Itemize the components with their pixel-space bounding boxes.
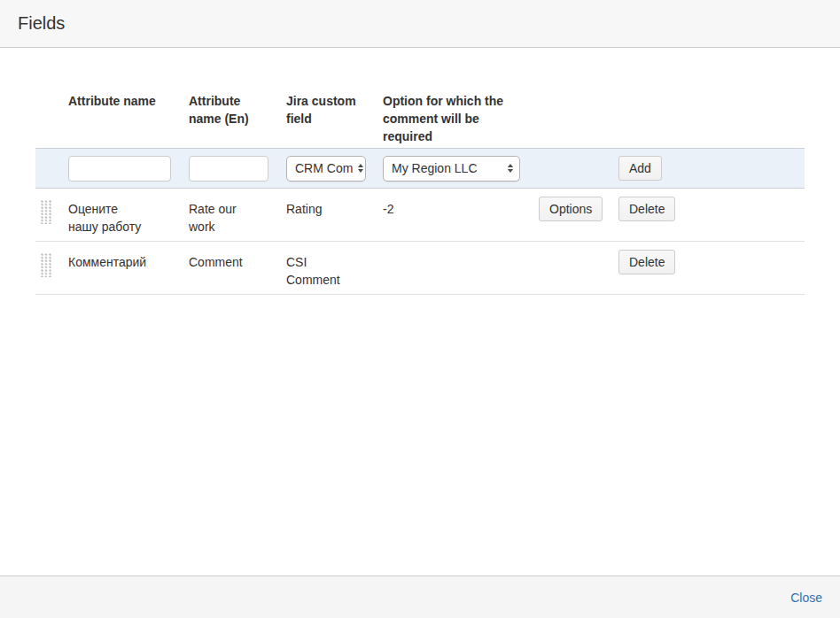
- header-actions-spacer: [618, 83, 805, 92]
- row-jira-custom-field: Rating: [286, 189, 383, 218]
- drag-handle-icon[interactable]: [41, 253, 52, 277]
- row-delete-cell: Delete: [618, 242, 805, 274]
- fields-table: Attribute name Attribute name (En) Jira …: [35, 83, 805, 295]
- row-attribute-name: Комментарий: [68, 242, 189, 271]
- header-option-required: Option for which the comment will be req…: [383, 83, 539, 145]
- table-row: Комментарий Comment CSI Comment Delete: [35, 242, 805, 295]
- header-drag-spacer: [35, 83, 68, 92]
- row-jira-custom-field: CSI Comment: [286, 242, 383, 289]
- row-drag-cell: [35, 189, 68, 224]
- option-selected-value: My Region LLC: [392, 161, 478, 175]
- dialog-header: Fields: [0, 0, 840, 48]
- table-row: Оцените нашу работу Rate our work Rating…: [35, 189, 805, 242]
- attribute-name-en-input[interactable]: [189, 156, 268, 182]
- attribute-name-input[interactable]: [68, 156, 171, 182]
- form-option-cell: My Region LLC: [383, 156, 539, 182]
- jira-custom-field-selected-value: CRM Com: [295, 161, 353, 175]
- form-attribute-name-cell: [68, 156, 189, 182]
- table-header-row: Attribute name Attribute name (En) Jira …: [35, 83, 805, 148]
- option-select[interactable]: My Region LLC: [383, 156, 520, 182]
- add-button[interactable]: Add: [618, 156, 662, 181]
- header-attribute-name: Attribute name: [68, 83, 189, 110]
- options-button[interactable]: Options: [539, 197, 603, 221]
- dialog-footer: Close: [0, 576, 840, 618]
- close-link[interactable]: Close: [790, 591, 822, 605]
- row-options-cell: Options: [539, 189, 618, 221]
- row-option-value: -2: [383, 189, 539, 218]
- header-options-spacer: [539, 83, 618, 92]
- drag-handle-icon[interactable]: [41, 200, 52, 224]
- select-arrows-icon: [358, 164, 363, 173]
- row-drag-cell: [35, 242, 68, 277]
- page-title: Fields: [18, 13, 65, 34]
- row-attribute-name-en: Rate our work: [189, 189, 286, 236]
- form-attribute-name-en-cell: [189, 156, 286, 182]
- jira-custom-field-select[interactable]: CRM Com: [286, 156, 366, 182]
- row-delete-cell: Delete: [618, 189, 805, 221]
- add-field-form-row: CRM Com My Region LLC Add: [35, 148, 805, 189]
- delete-button[interactable]: Delete: [618, 250, 675, 274]
- row-attribute-name-en: Comment: [189, 242, 286, 271]
- form-add-cell: Add: [618, 156, 805, 181]
- select-arrows-icon: [508, 164, 513, 173]
- form-jira-custom-field-cell: CRM Com: [286, 156, 383, 182]
- row-options-cell: [539, 242, 618, 250]
- header-attribute-name-en: Attribute name (En): [189, 83, 286, 127]
- delete-button[interactable]: Delete: [618, 197, 675, 221]
- row-option-value: [383, 242, 539, 253]
- header-jira-custom-field: Jira custom field: [286, 83, 383, 127]
- row-attribute-name: Оцените нашу работу: [68, 189, 189, 236]
